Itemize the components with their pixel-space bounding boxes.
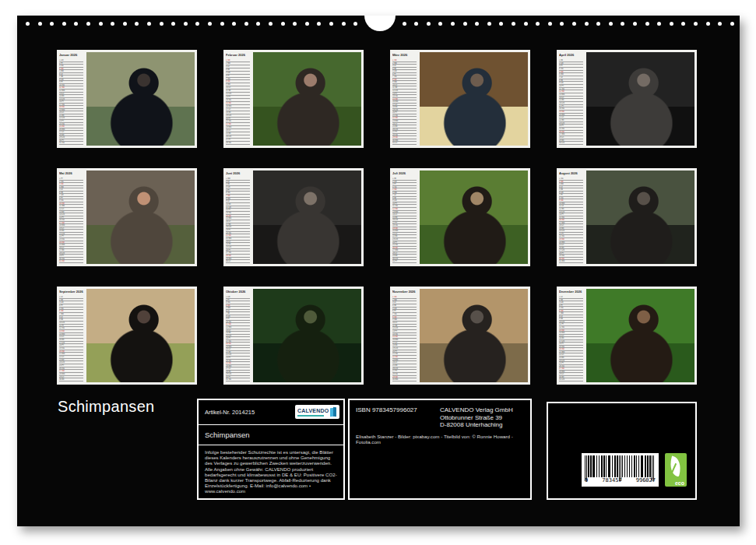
day-number: 23 Fr bbox=[226, 357, 250, 359]
binding-hole bbox=[681, 22, 685, 26]
day-number: 13 So bbox=[59, 330, 83, 332]
day-number: 7 Sa bbox=[226, 78, 250, 80]
binding-hole bbox=[536, 22, 540, 26]
day-number: 4 Mi bbox=[392, 304, 417, 307]
binding-hole bbox=[184, 22, 188, 26]
month-photo-chimp-resting-in-foliage bbox=[253, 52, 361, 146]
day-number: 7 Fr bbox=[559, 194, 583, 196]
barcode-bar bbox=[601, 455, 603, 477]
binding-hole bbox=[293, 22, 297, 26]
day-number: 4 So bbox=[59, 68, 83, 70]
day-number: 18 Sa bbox=[392, 224, 417, 227]
day-number: 29 Di bbox=[59, 376, 83, 378]
day-number: 12 Di bbox=[59, 208, 83, 210]
month-photo-young-chimp-on-straw bbox=[420, 52, 528, 146]
hanger-notch bbox=[364, 16, 396, 31]
binding-hole bbox=[512, 22, 515, 26]
month-photo-chimp-portrait bbox=[586, 171, 694, 264]
day-number: 15 So bbox=[392, 336, 417, 338]
day-number: 21 Fr bbox=[559, 233, 583, 235]
day-number: 26 Sa bbox=[59, 367, 83, 370]
barcode-digits: 9 783457 996027 bbox=[585, 477, 656, 484]
binding-hole bbox=[414, 22, 418, 26]
day-number: 31 Sa bbox=[59, 142, 83, 144]
day-strip: Februar 20261 So2 Mo3 Di4 Mi5 Do6 Fr7 Sa… bbox=[226, 52, 251, 146]
day-number: 25 Do bbox=[226, 246, 250, 248]
day-number: 20 Fr bbox=[226, 118, 250, 120]
day-number: 3 So bbox=[59, 183, 83, 185]
day-number: 9 Fr bbox=[226, 318, 250, 320]
month-label: November 2026 bbox=[392, 289, 418, 295]
day-number: 27 Do bbox=[559, 249, 583, 251]
day-number: 5 Do bbox=[226, 72, 250, 74]
binding-hole bbox=[171, 22, 175, 26]
day-number: 27 Di bbox=[226, 367, 250, 370]
day-number: 2 Mi bbox=[59, 299, 83, 301]
day-number: 21 Sa bbox=[392, 114, 417, 117]
day-number: 25 Mo bbox=[59, 244, 83, 246]
day-number: 3 Fr bbox=[559, 65, 583, 67]
day-number: 25 Fr bbox=[59, 364, 83, 367]
binding-hole bbox=[609, 22, 613, 26]
month-label: September 2026 bbox=[59, 289, 85, 295]
day-number: 1 Di bbox=[59, 296, 83, 298]
binding-hole bbox=[195, 22, 199, 26]
binding-hole bbox=[244, 22, 248, 26]
day-row: 31 Do bbox=[559, 378, 583, 382]
day-number: 27 Di bbox=[59, 131, 83, 133]
day-number: 30 So bbox=[559, 258, 583, 260]
day-number: 20 Fr bbox=[392, 111, 417, 114]
binding-hole bbox=[256, 22, 260, 26]
day-number: 4 Mi bbox=[226, 69, 250, 71]
day-number: 6 Mo bbox=[392, 192, 417, 194]
day-number: 9 Mo bbox=[392, 81, 417, 83]
day-number: 13 Di bbox=[226, 329, 250, 332]
day-number: 19 Sa bbox=[59, 347, 83, 350]
day-number: 26 Di bbox=[59, 247, 83, 249]
ean-barcode: 9 783457 996027 bbox=[582, 453, 659, 487]
day-number: 20 Di bbox=[59, 111, 83, 114]
barcode-bar bbox=[641, 455, 643, 477]
day-number: 6 Fr bbox=[392, 73, 417, 76]
day-number: 19 Mo bbox=[226, 346, 250, 348]
barcode-bar bbox=[629, 455, 630, 477]
day-number: 21 Do bbox=[59, 233, 83, 235]
day-number: 10 So bbox=[59, 202, 83, 205]
day-number: 17 Fr bbox=[392, 222, 417, 224]
binding-hole bbox=[572, 22, 576, 26]
binding-hole bbox=[99, 22, 103, 26]
day-number: 29 Do bbox=[59, 136, 83, 139]
day-number: 15 Mi bbox=[392, 216, 417, 219]
day-number: 6 Di bbox=[226, 310, 250, 312]
barcode-bar bbox=[588, 455, 589, 477]
binding-hole bbox=[62, 22, 66, 26]
day-number: 29 Mi bbox=[559, 139, 583, 142]
day-number: 21 Mo bbox=[559, 351, 583, 353]
day-number: 23 Sa bbox=[59, 238, 83, 241]
day-number: 13 Fr bbox=[226, 96, 250, 98]
calendar-month-page: Juni 20261 Mo2 Di3 Mi4 Do5 Fr6 Sa7 So8 M… bbox=[223, 168, 364, 266]
day-number: 13 Fr bbox=[392, 93, 417, 95]
day-number: 19 Di bbox=[59, 227, 83, 230]
day-number: 16 Do bbox=[392, 219, 417, 221]
day-number: 2 Di bbox=[226, 181, 250, 183]
day-number: 3 Mi bbox=[226, 183, 250, 185]
calendar-back-page: Januar 20261 Do2 Fr3 Sa4 So5 Mo6 Di7 Mi8… bbox=[0, 0, 756, 545]
day-number: 5 Fr bbox=[226, 189, 250, 192]
day-number: 14 Fr bbox=[559, 213, 583, 216]
barcode-digit-group: 9 bbox=[585, 477, 588, 484]
day-number: 23 Mi bbox=[59, 359, 83, 361]
barcode-bar bbox=[636, 455, 637, 477]
day-number: 8 So bbox=[392, 79, 417, 81]
day-row: 31 So bbox=[59, 260, 83, 263]
calendar-month-page: August 20261 Sa2 So3 Mo4 Di5 Mi6 Do7 Fr8… bbox=[557, 168, 697, 266]
day-number: 14 Sa bbox=[392, 95, 417, 97]
day-number: 13 So bbox=[559, 329, 583, 332]
day-strip: Januar 20261 Do2 Fr3 Sa4 So5 Mo6 Di7 Mi8… bbox=[59, 52, 85, 146]
day-number: 23 Mo bbox=[392, 359, 417, 361]
day-number: 28 Mo bbox=[559, 371, 583, 373]
day-number: 31 So bbox=[59, 260, 83, 262]
day-number: 18 Do bbox=[226, 226, 250, 228]
binding-hole bbox=[621, 22, 624, 26]
day-number: 3 Do bbox=[559, 301, 583, 304]
